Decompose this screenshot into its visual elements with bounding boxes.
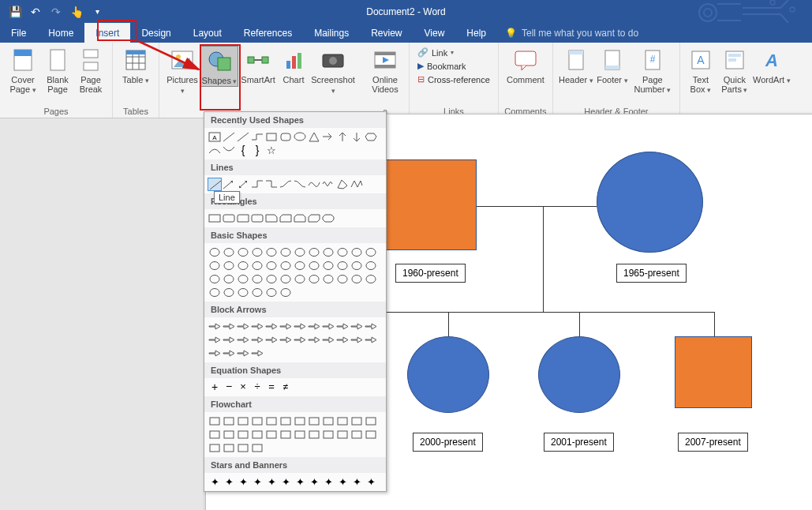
- star-shape-icon[interactable]: ✦: [307, 475, 321, 489]
- basic-shape-icon[interactable]: [236, 259, 250, 272]
- rect8-icon[interactable]: [307, 212, 321, 225]
- pictures-button[interactable]: Pictures: [164, 46, 200, 96]
- quickparts-button[interactable]: Quick Parts: [717, 46, 753, 95]
- flowchart-shape-icon[interactable]: [208, 428, 222, 441]
- shape-square-2[interactable]: [675, 336, 752, 408]
- basic-shape-icon[interactable]: [335, 259, 350, 272]
- shape-curve-icon[interactable]: [208, 144, 222, 157]
- basic-shape-icon[interactable]: [279, 272, 293, 286]
- arrow-shape-icon[interactable]: [279, 333, 293, 347]
- basic-shape-icon[interactable]: [321, 272, 335, 286]
- basic-shape-icon[interactable]: [307, 246, 321, 259]
- shape-arrow-d-icon[interactable]: [350, 130, 364, 144]
- flowchart-shape-icon[interactable]: [307, 428, 321, 441]
- tell-me-search[interactable]: 💡 Tell me what you want to do: [505, 23, 638, 43]
- flowchart-shape-icon[interactable]: [350, 414, 364, 428]
- flowchart-shape-icon[interactable]: [293, 414, 307, 428]
- flowchart-shape-icon[interactable]: [307, 414, 321, 428]
- chart-button[interactable]: Chart: [278, 46, 309, 84]
- arrow-shape-icon[interactable]: [222, 333, 236, 347]
- arrow-shape-icon[interactable]: [307, 320, 321, 333]
- smartart-button[interactable]: SmartArt: [238, 46, 278, 84]
- crossref-button[interactable]: ⊟Cross-reference: [417, 74, 490, 84]
- shape-line-icon[interactable]: [222, 130, 236, 144]
- tab-mailings[interactable]: Mailings: [303, 23, 360, 43]
- basic-shape-icon[interactable]: [250, 286, 264, 299]
- shape-arrow-r-icon[interactable]: [321, 130, 335, 144]
- arrow-shape-icon[interactable]: [293, 320, 307, 333]
- table-button[interactable]: Table: [118, 46, 154, 85]
- basic-shape-icon[interactable]: [222, 286, 236, 299]
- shape-brace-l-icon[interactable]: {: [236, 144, 250, 157]
- rect4-icon[interactable]: [250, 212, 264, 225]
- link-button[interactable]: 🔗Link▾: [417, 47, 490, 58]
- arrow-shape-icon[interactable]: [222, 347, 236, 360]
- basic-shape-icon[interactable]: [236, 246, 250, 259]
- flowchart-shape-icon[interactable]: [279, 414, 293, 428]
- tab-help[interactable]: Help: [455, 23, 497, 43]
- line-curve-icon[interactable]: [279, 178, 293, 191]
- online-videos-button[interactable]: Online Videos: [366, 46, 404, 94]
- flowchart-shape-icon[interactable]: [236, 428, 250, 441]
- line-elbow2-icon[interactable]: [264, 178, 279, 191]
- cover-page-button[interactable]: Cover Page: [5, 46, 41, 95]
- arrow-shape-icon[interactable]: [208, 333, 222, 347]
- basic-shape-icon[interactable]: [350, 246, 364, 259]
- header-button[interactable]: Header: [558, 46, 594, 85]
- arrow-shape-icon[interactable]: [321, 320, 335, 333]
- basic-shape-icon[interactable]: [250, 272, 264, 286]
- flowchart-shape-icon[interactable]: [321, 428, 335, 441]
- flowchart-shape-icon[interactable]: [335, 414, 350, 428]
- basic-shape-icon[interactable]: [250, 246, 264, 259]
- qat-more-icon[interactable]: ▾: [88, 3, 106, 21]
- line-freeform2-icon[interactable]: [350, 178, 364, 191]
- arrow-shape-icon[interactable]: [222, 320, 236, 333]
- arrow-shape-icon[interactable]: [264, 320, 279, 333]
- flowchart-shape-icon[interactable]: [222, 414, 236, 428]
- basic-shape-icon[interactable]: [208, 272, 222, 286]
- label-1[interactable]: 1960-present: [395, 264, 466, 283]
- screenshot-button[interactable]: Screenshot: [309, 46, 357, 96]
- basic-shape-icon[interactable]: [293, 272, 307, 286]
- flowchart-shape-icon[interactable]: [321, 414, 335, 428]
- line-curve2-icon[interactable]: [293, 178, 307, 191]
- eq-mult-icon[interactable]: ×: [236, 381, 250, 394]
- tab-home[interactable]: Home: [37, 23, 84, 43]
- star-shape-icon[interactable]: ✦: [208, 475, 222, 489]
- flowchart-shape-icon[interactable]: [279, 428, 293, 441]
- save-icon[interactable]: 💾: [6, 3, 24, 21]
- basic-shape-icon[interactable]: [208, 246, 222, 259]
- flowchart-shape-icon[interactable]: [236, 441, 250, 455]
- tab-review[interactable]: Review: [360, 23, 413, 43]
- basic-shape-icon[interactable]: [222, 272, 236, 286]
- shape-circle-3[interactable]: [538, 336, 620, 413]
- eq-plus-icon[interactable]: +: [208, 381, 222, 394]
- eq-minus-icon[interactable]: −: [222, 381, 236, 394]
- basic-shape-icon[interactable]: [335, 246, 350, 259]
- basic-shape-icon[interactable]: [264, 272, 279, 286]
- line-freeform-icon[interactable]: [335, 178, 350, 191]
- arrow-shape-icon[interactable]: [279, 320, 293, 333]
- arrow-shape-icon[interactable]: [364, 333, 378, 347]
- eq-neq-icon[interactable]: ≠: [279, 381, 293, 394]
- basic-shape-icon[interactable]: [264, 286, 279, 299]
- arrow-shape-icon[interactable]: [321, 333, 335, 347]
- rect2-icon[interactable]: [222, 212, 236, 225]
- arrow-shape-icon[interactable]: [364, 320, 378, 333]
- basic-shape-icon[interactable]: [222, 259, 236, 272]
- arrow-shape-icon[interactable]: [208, 347, 222, 360]
- label-2[interactable]: 1965-present: [616, 264, 687, 283]
- star-shape-icon[interactable]: ✦: [350, 475, 364, 489]
- line-arrow-icon[interactable]: [222, 178, 236, 191]
- footer-button[interactable]: Footer: [594, 46, 631, 85]
- star-shape-icon[interactable]: ✦: [250, 475, 264, 489]
- pagenumber-button[interactable]: # Page Number: [631, 46, 675, 95]
- line-selected-icon[interactable]: [208, 178, 222, 191]
- arrow-shape-icon[interactable]: [335, 320, 350, 333]
- tab-file[interactable]: File: [0, 23, 37, 43]
- shape-textbox-icon[interactable]: A: [208, 130, 222, 144]
- blank-page-button[interactable]: Blank Page: [41, 46, 74, 94]
- rect6-icon[interactable]: [279, 212, 293, 225]
- shape-circle-2[interactable]: [407, 336, 489, 413]
- basic-shape-icon[interactable]: [264, 259, 279, 272]
